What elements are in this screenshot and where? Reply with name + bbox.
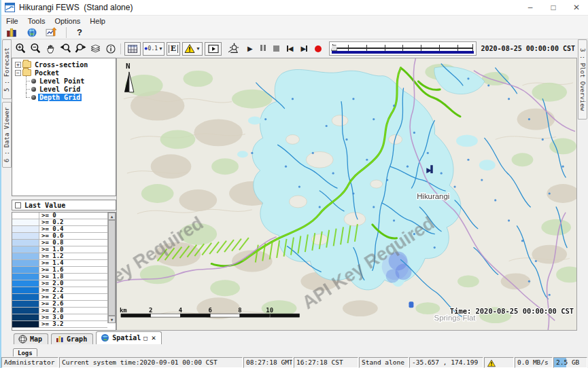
tree-item[interactable]: Level Point [22,77,116,85]
menu-tools[interactable]: Tools [23,17,50,25]
tree-expander[interactable]: − [15,70,21,76]
status-bar: Administrator Current system time:2020-0… [1,356,588,368]
plot-arrow-icon [46,26,57,38]
legend-value-label: >= 0.2 [39,219,66,225]
zoom-previous-icon [60,43,71,54]
tree-item[interactable]: Depth Grid [22,93,116,101]
legend-swatch [12,253,39,259]
main-toolbar: ? [1,26,588,39]
last-value-checkbox[interactable] [15,202,21,208]
tab-forecast[interactable]: 5 : Forecast [2,39,12,99]
tree-item[interactable]: +Cross-section [14,60,116,69]
folder-icon [22,69,31,76]
grid-display-button[interactable] [124,42,141,56]
play-box-icon [208,44,219,54]
menu-options[interactable]: Options [50,17,85,25]
movie-recorder-button[interactable] [227,41,241,56]
zoom-out-button[interactable] [29,41,43,56]
zoom-in-button[interactable] [14,41,28,56]
tree-item[interactable]: −Pocket [14,69,116,77]
legend-swatch [12,321,39,327]
step-forward-button[interactable]: ▶ [300,45,307,52]
layers-icon [90,43,101,54]
bottom-tab-bar: Map Graph Spatial □ ✕ [1,331,588,344]
record-button[interactable] [315,45,322,52]
legend-value-label: >= 0.8 [39,240,66,246]
tab-data-viewer[interactable]: 6 : Data Viewer [2,102,12,168]
plot-export-button[interactable] [44,25,58,39]
tree-connector [22,77,31,85]
node-bullet-icon [31,79,36,84]
pause-button[interactable] [260,45,266,52]
maximize-button[interactable]: □ [542,0,565,15]
minimize-button[interactable]: – [519,0,542,15]
timeline-slider[interactable] [329,41,476,56]
tab-spatial-label: Spatial [112,334,141,342]
legend-value-label: >= 2.8 [39,308,66,314]
status-gmt-time: 08:27:18 GMT [243,357,293,368]
app-logo-icon [5,3,15,12]
legend-swatch [12,301,39,307]
zoom-next-icon [75,43,86,54]
zoom-previous-button[interactable] [58,41,73,56]
tab-graph[interactable]: Graph [51,333,93,344]
help-button[interactable]: ? [74,27,85,37]
status-warning-cell[interactable] [484,357,514,368]
map-view[interactable]: API Key Required API Key Required Hikura… [116,58,577,331]
menu-help[interactable]: Help [85,17,110,25]
tab-map[interactable]: Map [14,333,48,344]
spatial-display-button[interactable] [24,25,39,39]
menu-file[interactable]: File [1,17,23,25]
tree-expander[interactable]: + [15,62,21,68]
legend-row[interactable]: >= 3.2 [12,321,107,328]
status-system-time: Current system time:2020-09-01 00:00 CST [59,357,243,368]
status-user: Administrator [1,357,58,368]
legend-value-label: >= 1.8 [39,274,66,280]
scale-tick-label: 10 [266,307,273,314]
stop-button[interactable] [273,45,279,52]
scroll-down-icon[interactable]: ▼ [108,316,116,323]
tab-spatial[interactable]: Spatial □ ✕ [96,331,162,344]
play-button[interactable]: ▶ [247,45,253,52]
profile-button[interactable]: E [167,42,180,56]
layers-button[interactable] [88,41,103,56]
tab-maximize-icon[interactable]: □ [143,335,147,342]
info-button[interactable] [103,41,118,56]
legend-scrollbar[interactable]: ▲ ▼ [107,213,116,323]
legend-value-label: >= 2.2 [39,287,66,293]
scroll-up-icon[interactable]: ▲ [108,213,116,220]
window-title: Hikurangi FEWS (Stand alone) [19,3,133,12]
step-back-button[interactable]: ◀ [287,45,294,52]
data-viewer-panel: +Cross-section−PocketLevel PointLevel Gr… [12,58,116,331]
legend-value-label: >= 1.6 [39,267,66,273]
legend-value-label: >= 0.6 [39,233,66,239]
contour-interval-button[interactable]: 0.1 ▼ [143,42,165,56]
tree-item-label: Cross-section [33,61,89,69]
close-button[interactable]: ✕ [565,0,588,15]
scale-tick-label: 8 [238,307,241,314]
compass-n-label: N [126,62,131,71]
legend-swatch [12,219,39,225]
tab-close-icon[interactable]: ✕ [152,333,156,342]
scale-tick-label: 6 [208,307,211,314]
application-window: Hikurangi FEWS (Stand alone) – □ ✕ File … [0,0,588,368]
folder-icon [22,61,31,68]
recorder-gauge-icon [228,43,240,54]
legend-swatch [12,233,39,239]
legend-value-label: >= 1.4 [39,260,66,266]
tab-graph-label: Graph [67,335,87,343]
title-bar: Hikurangi FEWS (Stand alone) – □ ✕ [1,0,588,16]
scroll-thumb[interactable] [108,220,116,316]
map-globe-icon [18,335,27,344]
thresholds-button[interactable]: ▼ [182,42,203,56]
data-viewer-button[interactable] [5,25,19,39]
tab-plot-overview[interactable]: 3 : Plot Overview [578,39,587,119]
animation-panel-button[interactable] [205,42,222,56]
status-data-rate: 0.0 MB/s [515,357,553,368]
legend-swatch [12,213,39,219]
pan-button[interactable] [44,41,58,56]
tree-item[interactable]: Level Grid [22,85,116,93]
zoom-next-button[interactable] [73,41,88,56]
spatial-globe-icon [101,333,109,342]
map-canvas[interactable]: API Key Required API Key Required Hikura… [117,58,576,330]
